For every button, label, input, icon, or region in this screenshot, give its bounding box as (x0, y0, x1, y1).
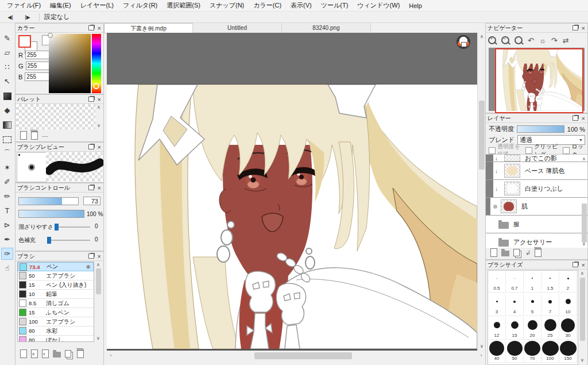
scroll-down-icon[interactable]: ∨ (579, 357, 586, 364)
navigator-thumbnail[interactable] (495, 48, 583, 113)
menu-select[interactable]: 選択範囲(S) (162, 0, 205, 11)
tab-document-3[interactable]: 83240.png (282, 23, 371, 33)
close-panel-icon[interactable]: × (98, 97, 101, 102)
scroll-up-icon[interactable]: ∧ (581, 156, 587, 163)
move-tool[interactable]: ↖ (1, 75, 13, 87)
magic-wand-tool[interactable]: ✶ (1, 162, 13, 174)
float-panel-icon[interactable] (572, 25, 578, 30)
add-layer-icon[interactable] (490, 248, 497, 257)
fill-tool[interactable] (1, 90, 13, 102)
canvas-vertical-scrollbar[interactable]: ∧ ∨ (477, 33, 486, 351)
lasso-tool[interactable]: ⌒ (1, 147, 13, 159)
brush-size-option[interactable]: 25 (541, 318, 559, 340)
select-pen-tool[interactable]: ✐ (1, 176, 13, 188)
brush-item-watercolor[interactable]: 80 水彩 (18, 326, 94, 336)
layer-row-skin[interactable]: 肌 (486, 198, 587, 216)
merge-layer-icon[interactable]: ↲ (525, 249, 531, 256)
zoom-in-icon[interactable]: + (488, 36, 496, 44)
menu-layer[interactable]: レイヤー(L) (76, 0, 118, 11)
protect-alpha-checkbox[interactable] (489, 147, 496, 154)
eraser-tool[interactable]: ▱ (1, 47, 13, 59)
menu-file[interactable]: ファイル(F) (2, 0, 45, 11)
add-bitmap-brush-icon[interactable]: a (31, 349, 38, 358)
scrollbar-thumb[interactable] (96, 268, 101, 294)
scroll-up-icon[interactable]: ∧ (478, 33, 485, 40)
menu-color[interactable]: カラー(C) (249, 0, 286, 11)
palette-swatch-area[interactable] (16, 104, 95, 129)
recharge-slider[interactable] (47, 240, 90, 241)
close-panel-icon[interactable]: × (582, 262, 585, 268)
brush-size-option[interactable]: 5 (524, 294, 541, 316)
brush-list-scrollbar[interactable]: ∧ ∨ (95, 262, 102, 342)
text-tool[interactable]: T (1, 205, 13, 217)
brush-size-option[interactable]: 2 (559, 271, 577, 293)
float-panel-icon[interactable] (88, 185, 94, 190)
bucket-tool[interactable]: ◆ (1, 104, 13, 116)
brush-size-option[interactable]: 0.5 (488, 271, 506, 293)
layer-row-white-fill[interactable]: ↓ 白塗りつぶし (486, 180, 587, 198)
brush-item-airbrush[interactable]: 50 エアブラシ (18, 271, 94, 281)
lock-checkbox[interactable] (563, 147, 570, 154)
operation-tool[interactable]: ⊳ (1, 219, 13, 231)
brush-item-edge-pen[interactable]: 15 ふちペン (18, 308, 94, 317)
scroll-down-icon[interactable]: ∨ (478, 343, 485, 350)
float-panel-icon[interactable] (572, 116, 578, 121)
layer-visibility-icon[interactable] (493, 205, 497, 209)
b-input[interactable]: 255 (25, 72, 50, 81)
hand-tool[interactable]: ☝ (1, 262, 13, 274)
close-panel-icon[interactable]: × (98, 253, 101, 259)
brush-size-option[interactable]: 7 (541, 294, 559, 316)
canvas[interactable] (107, 84, 477, 350)
scrollbar-thumb[interactable] (580, 278, 585, 341)
hue-cursor[interactable] (93, 83, 99, 89)
duplicate-brush-icon[interactable] (65, 350, 71, 358)
brush-item-pencil[interactable]: 10 鉛筆 (18, 290, 94, 299)
menu-window[interactable]: ウィンドウ(W) (353, 0, 404, 11)
flip-horizontal-icon[interactable]: ⇄ (563, 36, 569, 45)
scrollbar-thumb[interactable] (254, 352, 352, 359)
divide-tool[interactable]: ✒ (1, 233, 13, 245)
brush-size-option[interactable]: 40 (488, 341, 506, 363)
foreground-color-swatch[interactable] (18, 35, 31, 48)
brush-size-option[interactable]: 30 (559, 318, 577, 340)
float-panel-icon[interactable] (88, 253, 94, 259)
brush-size-option[interactable]: 4 (506, 294, 524, 316)
close-panel-icon[interactable]: × (582, 116, 585, 121)
float-panel-icon[interactable] (88, 144, 94, 149)
duplicate-layer-icon[interactable] (513, 249, 520, 256)
undo-icon[interactable]: ◀| (3, 13, 17, 22)
dot-tool[interactable]: ∷ (1, 61, 13, 73)
brush-size-option[interactable]: 1.5 (541, 271, 559, 293)
delete-layer-icon[interactable] (535, 248, 541, 257)
sv-cursor[interactable] (48, 33, 53, 38)
delete-palette-color-icon[interactable] (31, 131, 38, 140)
brush-size-option[interactable]: 150 (559, 341, 577, 363)
menu-tool[interactable]: ツール(T) (316, 0, 353, 11)
float-panel-icon[interactable] (88, 97, 94, 102)
scroll-down-icon[interactable]: ∨ (95, 122, 102, 129)
rotate-left-icon[interactable]: ↶ (528, 36, 534, 45)
add-palette-color-icon[interactable] (20, 131, 27, 140)
brush-size-option[interactable]: 20 (524, 318, 541, 340)
menu-filter[interactable]: フィルタ(R) (118, 0, 162, 11)
scroll-down-icon[interactable]: ∨ (581, 241, 587, 248)
brush-size-option[interactable]: 10 (559, 294, 577, 316)
layer-row-base-skin[interactable]: ↓ ベース 薄肌色 (486, 162, 587, 180)
scroll-left-icon[interactable]: ‹ (107, 352, 114, 359)
zoom-out-icon[interactable]: − (501, 36, 509, 44)
scroll-down-icon[interactable]: ∨ (95, 335, 102, 342)
brush-item-pen[interactable]: 73.4 ペン ✱ (18, 262, 94, 271)
delete-brush-icon[interactable] (77, 349, 84, 358)
pen-tool[interactable]: ✎ (1, 32, 13, 44)
close-panel-icon[interactable]: × (98, 144, 101, 150)
eyedropper-tool[interactable]: ✑ (1, 248, 13, 260)
select-eraser-tool[interactable]: ✏ (1, 190, 13, 202)
tab-document-2[interactable]: Untitled (193, 23, 282, 33)
mix-slider[interactable] (55, 226, 90, 228)
close-panel-icon[interactable]: × (98, 25, 101, 31)
saturation-value-box[interactable] (49, 34, 91, 93)
navigator-view[interactable] (489, 48, 585, 111)
canvas-viewport[interactable] (107, 33, 477, 351)
scroll-right-icon[interactable]: › (478, 352, 485, 359)
reset-view-icon[interactable]: ☼ (539, 36, 546, 45)
